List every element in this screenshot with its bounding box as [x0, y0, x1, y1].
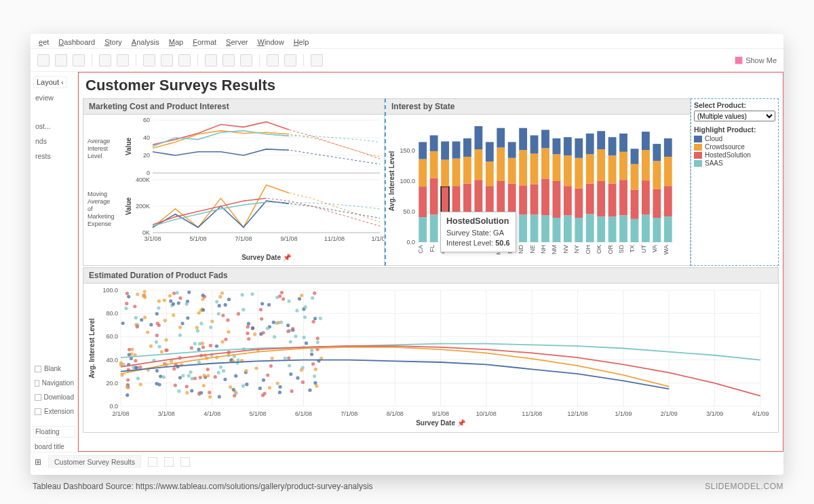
svg-rect-122: [597, 216, 605, 242]
menu-format[interactable]: Format: [193, 38, 216, 46]
sidebar-row[interactable]: nds: [33, 136, 75, 147]
svg-point-393: [310, 353, 313, 356]
svg-text:OR: OR: [607, 244, 614, 254]
toolbar-forward-icon[interactable]: [117, 54, 129, 66]
svg-point-211: [125, 302, 128, 305]
toolbar-group-icon[interactable]: [222, 54, 235, 66]
svg-text:NM: NM: [551, 245, 558, 254]
object-extension[interactable]: Extension: [33, 406, 75, 416]
menu-server[interactable]: Server: [226, 38, 248, 46]
svg-point-407: [224, 338, 227, 341]
filter-title: Select Product:: [694, 101, 775, 109]
toolbar-fit-icon[interactable]: [267, 54, 279, 66]
chart-state[interactable]: Avg. Interest Level0.050.0100.0150.0CAFL…: [386, 115, 678, 263]
menu-dashboard[interactable]: Dashboard: [58, 38, 95, 46]
legend[interactable]: CloudCrowdsourceHostedSolutionSAAS: [694, 135, 775, 167]
svg-text:6/1/08: 6/1/08: [295, 410, 312, 417]
legend-item-saas[interactable]: SAAS: [694, 159, 775, 167]
svg-point-216: [136, 376, 140, 380]
floating-toggle[interactable]: Floating: [33, 426, 75, 438]
menu-story[interactable]: Story: [104, 38, 122, 46]
menu-eet[interactable]: eet: [39, 38, 49, 46]
object-navigation[interactable]: Navigation: [33, 378, 75, 388]
svg-text:3/1/09: 3/1/09: [706, 410, 723, 417]
svg-point-417: [278, 391, 282, 394]
toolbar-add-sheet-icon[interactable]: [73, 54, 85, 66]
new-worksheet-icon[interactable]: [148, 457, 157, 467]
svg-text:Moving: Moving: [88, 191, 107, 197]
svg-point-224: [162, 375, 166, 379]
svg-point-388: [266, 327, 269, 330]
svg-point-254: [268, 386, 271, 389]
menu-analysis[interactable]: Analysis: [132, 38, 159, 46]
svg-point-439: [269, 364, 273, 368]
svg-text:50.0: 50.0: [403, 208, 415, 215]
svg-point-401: [296, 376, 299, 380]
menu-help[interactable]: Help: [294, 38, 309, 46]
legend-item-cloud[interactable]: Cloud: [694, 135, 775, 142]
product-select[interactable]: (Multiple values): [694, 111, 775, 121]
svg-point-344: [273, 335, 276, 338]
toolbar-sort-asc-icon[interactable]: [161, 54, 173, 66]
toolbar-sort-desc-icon[interactable]: [178, 54, 191, 66]
toolbar-present-icon[interactable]: [284, 54, 296, 66]
svg-rect-143: [642, 180, 650, 214]
object-blank[interactable]: Blank: [33, 364, 75, 374]
toolbar-swap-icon[interactable]: [143, 54, 155, 66]
svg-point-264: [124, 307, 128, 310]
svg-point-371: [209, 344, 212, 347]
menu-map[interactable]: Map: [169, 38, 183, 46]
svg-rect-135: [619, 134, 627, 152]
legend-item-hostedsolution[interactable]: HostedSolution: [694, 151, 775, 159]
board-title-field[interactable]: board title: [33, 442, 75, 452]
svg-point-305: [121, 322, 125, 325]
svg-text:60: 60: [143, 117, 150, 123]
svg-point-247: [125, 292, 129, 295]
object-download[interactable]: Download: [33, 392, 75, 402]
svg-point-289: [245, 383, 248, 386]
svg-text:100.0: 100.0: [102, 287, 118, 294]
watermark: SLIDEMODEL.COM: [705, 482, 783, 491]
toolbar-highlight-icon[interactable]: [205, 54, 217, 66]
svg-point-246: [143, 290, 147, 293]
svg-rect-114: [575, 158, 583, 189]
svg-rect-44: [419, 159, 427, 187]
layout-tab[interactable]: Layout ‹: [33, 76, 67, 88]
sidebar-row[interactable]: rests: [33, 151, 75, 161]
svg-point-409: [128, 353, 131, 356]
svg-point-411: [214, 375, 217, 379]
svg-rect-103: [553, 181, 561, 218]
toolbar-new-icon[interactable]: [37, 54, 50, 66]
svg-point-433: [135, 366, 138, 369]
svg-point-343: [178, 296, 182, 300]
panel-state[interactable]: Interest by State Avg. Interest Level0.0…: [385, 98, 691, 266]
svg-rect-60: [452, 142, 461, 159]
show-me-button[interactable]: Show Me: [735, 56, 777, 64]
toolbar-back-icon[interactable]: [99, 54, 111, 66]
svg-rect-68: [474, 180, 482, 215]
svg-point-351: [208, 391, 211, 394]
new-dashboard-icon[interactable]: [164, 457, 174, 467]
svg-rect-75: [486, 142, 494, 161]
svg-point-324: [294, 334, 297, 338]
panel-fads[interactable]: Estimated Duration of Product Fads 0.020…: [83, 267, 779, 433]
tab-customer-survey[interactable]: Customer Survey Results: [48, 455, 141, 468]
sidebar-row[interactable]: eview: [33, 92, 75, 103]
chart-marketing[interactable]: AverageInterestLevelValue0204060MovingAv…: [83, 115, 384, 263]
toolbar-save-icon[interactable]: [55, 54, 67, 66]
legend-item-crowdsource[interactable]: Crowdsource: [694, 143, 775, 151]
toolbar-share-icon[interactable]: [311, 54, 323, 66]
panel-marketing[interactable]: Marketing Cost and Product Interest Aver…: [83, 98, 385, 266]
menu-window[interactable]: Window: [257, 38, 284, 46]
svg-point-347: [206, 368, 210, 371]
sidebar-row[interactable]: ost...: [33, 121, 75, 132]
chart-fads[interactable]: 0.020.040.060.080.0100.02/1/083/1/084/1/…: [83, 284, 769, 429]
svg-rect-54: [441, 160, 449, 187]
svg-point-271: [133, 305, 136, 308]
svg-rect-132: [619, 215, 627, 242]
toolbar-pin-icon[interactable]: [240, 54, 252, 66]
new-story-icon[interactable]: [180, 457, 190, 467]
svg-point-235: [311, 362, 315, 366]
sheet-tabs: ⊞ Customer Survey Results: [31, 452, 783, 471]
svg-point-427: [128, 348, 131, 351]
